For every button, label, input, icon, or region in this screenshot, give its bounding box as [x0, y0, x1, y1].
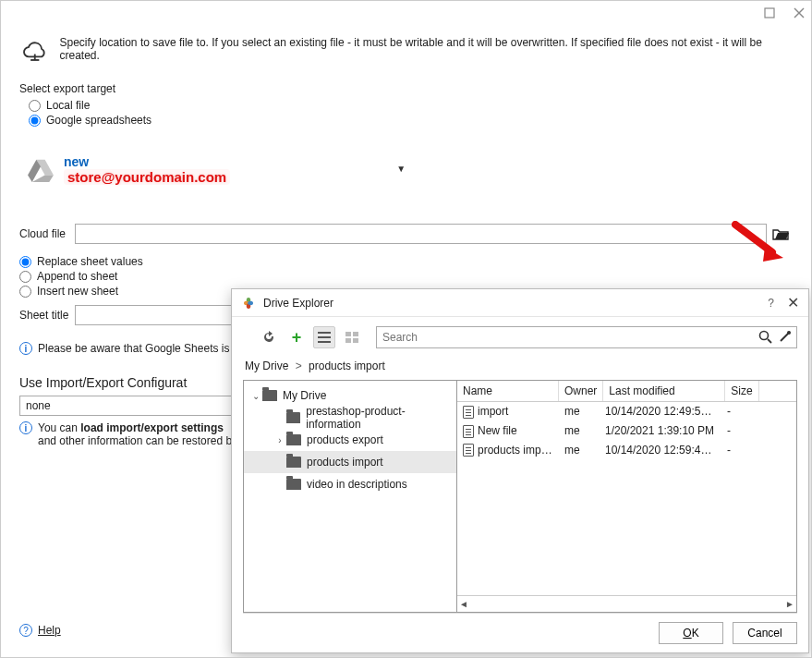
spreadsheet-icon: [463, 444, 474, 457]
horizontal-scrollbar[interactable]: ◄►: [457, 595, 796, 612]
radio-replace-sheet[interactable]: Replace sheet values: [19, 255, 793, 268]
breadcrumb-current: products import: [309, 359, 385, 372]
annotation-arrow: [732, 221, 787, 262]
list-item[interactable]: products import me 10/14/2020 12:59:41..…: [457, 441, 796, 460]
cell-owner: me: [559, 423, 600, 439]
cell-size: -: [721, 404, 755, 420]
cloud-file-label: Cloud file: [19, 227, 75, 240]
radio-google-label: Google spreadsheets: [46, 114, 151, 127]
tree-item[interactable]: video in descriptions: [244, 473, 456, 495]
config-desc-bold: load import/export settings: [80, 421, 224, 434]
tree-label: products import: [307, 456, 383, 469]
cell-name: import: [478, 405, 508, 418]
close-icon[interactable]: [793, 6, 806, 19]
sheet-title-label: Sheet title: [19, 309, 75, 322]
search-field[interactable]: [376, 326, 797, 348]
folder-icon: [286, 434, 301, 445]
radio-google-input[interactable]: [29, 115, 41, 127]
cell-size: -: [721, 443, 755, 458]
col-size[interactable]: Size: [725, 381, 758, 401]
search-input[interactable]: [377, 331, 757, 344]
folder-icon: [286, 479, 301, 490]
svg-line-17: [768, 339, 771, 343]
cancel-button[interactable]: Cancel: [733, 622, 797, 644]
radio-google-spreadsheets[interactable]: Google spreadsheets: [29, 114, 793, 127]
config-select[interactable]: none: [19, 396, 260, 416]
account-dropdown-caret[interactable]: ▼: [396, 164, 406, 174]
expander-icon[interactable]: ›: [273, 435, 286, 445]
header-notice: Specify location to save file to. If you…: [1, 1, 811, 77]
col-modified[interactable]: Last modified: [603, 381, 725, 401]
tree-root[interactable]: ⌄ My Drive: [244, 384, 456, 407]
help-icon: ?: [19, 624, 32, 637]
breadcrumb-root[interactable]: My Drive: [245, 359, 288, 372]
svg-rect-10: [318, 336, 331, 338]
radio-replace-input[interactable]: [19, 256, 31, 268]
tree-item[interactable]: prestashop-product-information: [244, 407, 456, 429]
svg-rect-15: [353, 338, 358, 343]
svg-rect-13: [353, 332, 358, 336]
col-name[interactable]: Name: [457, 381, 559, 401]
folder-icon: [262, 390, 277, 401]
spreadsheet-icon: [463, 406, 474, 419]
tree-item-selected[interactable]: products import: [244, 451, 456, 473]
dialog-titlebar: Drive Explorer ? ✕: [232, 289, 808, 317]
help-link[interactable]: ? Help: [19, 624, 61, 637]
cloud-file-input[interactable]: [75, 224, 767, 244]
list-item[interactable]: New file me 1/20/2021 1:39:10 PM -: [457, 421, 796, 441]
search-icon[interactable]: [757, 329, 772, 347]
dialog-footer: OK Cancel: [232, 614, 808, 652]
ok-button[interactable]: OK: [659, 622, 723, 644]
radio-append-sheet[interactable]: Append to sheet: [19, 270, 793, 283]
tree-label: video in descriptions: [307, 478, 407, 491]
account-text: new store@yourdomain.com: [64, 154, 230, 185]
export-target-section: Select export target Local file Google s…: [1, 82, 811, 127]
cloud-file-row: Cloud file: [1, 218, 811, 253]
cell-modified: 10/14/2020 12:59:41...: [600, 443, 721, 458]
radio-replace-label: Replace sheet values: [37, 255, 143, 268]
list-item[interactable]: import me 10/14/2020 12:49:51... -: [457, 402, 796, 421]
refresh-button[interactable]: [258, 326, 280, 348]
tree-label: My Drive: [283, 389, 326, 402]
add-button[interactable]: +: [285, 326, 308, 348]
dialog-help-icon[interactable]: ?: [768, 297, 774, 310]
dialog-close-icon[interactable]: ✕: [787, 294, 799, 311]
info-icon: i: [19, 342, 32, 355]
folder-icon: [286, 457, 301, 468]
svg-rect-12: [345, 332, 351, 336]
dialog-toolbar: +: [232, 317, 808, 356]
radio-local-file-input[interactable]: [29, 100, 41, 112]
expander-icon[interactable]: ⌄: [249, 391, 262, 401]
sheet-title-input[interactable]: [75, 305, 240, 325]
svg-rect-9: [318, 332, 331, 334]
cell-modified: 10/14/2020 12:49:51...: [600, 404, 721, 420]
svg-rect-11: [318, 341, 331, 343]
file-list: Name Owner Last modified Size import me …: [457, 381, 797, 613]
tree-item[interactable]: › products export: [244, 429, 456, 451]
svg-rect-0: [765, 8, 774, 18]
header-text: Specify location to save file to. If you…: [60, 36, 794, 62]
maximize-icon[interactable]: [763, 6, 776, 19]
config-desc-suffix: and other information can be restored by: [38, 434, 237, 447]
radio-local-file-label: Local file: [46, 99, 90, 112]
google-account-selector[interactable]: new store@yourdomain.com ▼: [1, 128, 811, 194]
cloud-upload-icon: [21, 36, 49, 62]
sheets-warning-text: Please be aware that Google Sheets is l: [38, 342, 235, 355]
list-view-button[interactable]: [313, 326, 335, 348]
cell-modified: 1/20/2021 1:39:10 PM: [600, 423, 721, 439]
filter-icon[interactable]: [778, 329, 793, 347]
svg-point-16: [760, 331, 769, 339]
radio-append-input[interactable]: [19, 271, 31, 283]
radio-local-file[interactable]: Local file: [29, 99, 793, 112]
cell-owner: me: [559, 404, 600, 420]
account-name: new: [64, 154, 230, 169]
dialog-body: ⌄ My Drive prestashop-product-informatio…: [243, 380, 797, 614]
col-owner[interactable]: Owner: [559, 381, 603, 401]
radio-insert-input[interactable]: [19, 286, 31, 298]
dialog-title: Drive Explorer: [263, 297, 768, 310]
google-drive-icon: [27, 158, 55, 182]
cell-size: -: [721, 423, 755, 439]
radio-insert-label: Insert new sheet: [37, 285, 118, 298]
svg-point-18: [787, 331, 791, 335]
grid-view-button[interactable]: [341, 326, 363, 348]
